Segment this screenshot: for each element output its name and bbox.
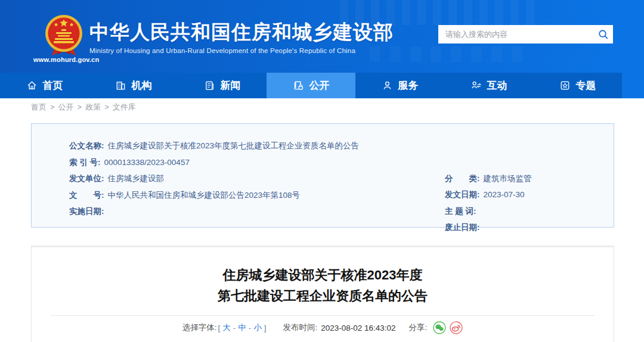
bracket-open: [ bbox=[218, 324, 220, 332]
share-wechat-button[interactable] bbox=[433, 321, 446, 334]
search-button[interactable] bbox=[593, 25, 613, 43]
meta-value: 住房城乡建设部 bbox=[108, 173, 165, 184]
site-title-en: Ministry of Housing and Urban-Rural Deve… bbox=[89, 47, 394, 54]
site-url: www.mohurd.gov.cn bbox=[33, 56, 99, 63]
article-divider bbox=[51, 315, 595, 316]
site-header: www.mohurd.gov.cn 中华人民共和国住房和城乡建设部 Minist… bbox=[0, 0, 644, 98]
wechat-icon bbox=[433, 321, 446, 334]
font-size-small-link[interactable]: 小 bbox=[253, 322, 262, 333]
meta-label: 分 类: bbox=[445, 173, 480, 184]
breadcrumb-separator: > bbox=[50, 102, 55, 111]
publish-time-label: 发布时间: bbox=[283, 322, 317, 333]
disclosure-lock-icon bbox=[293, 80, 304, 91]
meta-row-doc-number: 文 号: 中华人民共和国住房和城乡建设部公告2023年第108号 bbox=[69, 189, 445, 201]
building-icon bbox=[115, 80, 126, 91]
article-title: 住房城乡建设部关于核准2023年度 第七批建设工程企业资质名单的公告 bbox=[32, 265, 614, 306]
breadcrumb: 首页>公开>政策>文件库 bbox=[31, 102, 136, 113]
nav-label: 机构 bbox=[132, 79, 152, 92]
service-person-icon bbox=[382, 80, 393, 91]
breadcrumb-policy[interactable]: 政策 bbox=[85, 102, 101, 111]
meta-value: 建筑市场监管 bbox=[484, 173, 532, 184]
nav-item-home[interactable]: 首页 bbox=[0, 73, 89, 98]
nav-label: 专题 bbox=[576, 79, 596, 92]
meta-label: 主 题 词: bbox=[445, 206, 476, 217]
meta-label: 发文单位: bbox=[69, 173, 104, 184]
meta-row-subject-words: 主 题 词: bbox=[445, 206, 602, 217]
meta-row-index-number: 索 引 号: 000013338/2023-00457 bbox=[69, 157, 445, 168]
article-title-line1: 住房城乡建设部关于核准2023年度 bbox=[32, 265, 614, 285]
home-icon bbox=[26, 80, 38, 91]
breadcrumb-home[interactable]: 首页 bbox=[31, 102, 47, 111]
meta-value: 住房城乡建设部关于核准2023年度第七批建设工程企业资质名单的公告 bbox=[108, 140, 360, 151]
nav-item-disclosure[interactable]: 公开 bbox=[267, 73, 355, 98]
national-emblem-logo bbox=[44, 14, 83, 61]
meta-row-issue-date: 发文日期: 2023-07-30 bbox=[445, 189, 602, 200]
nav-item-services[interactable]: 服务 bbox=[355, 73, 444, 98]
share-label: 分享: bbox=[409, 322, 428, 333]
search-icon bbox=[597, 29, 609, 40]
nav-label: 首页 bbox=[43, 79, 63, 92]
nav-item-interaction[interactable]: 互动 bbox=[444, 73, 533, 98]
breadcrumb-disclosure[interactable]: 公开 bbox=[58, 102, 74, 111]
page: www.mohurd.gov.cn 中华人民共和国住房和城乡建设部 Minist… bbox=[0, 0, 644, 342]
nav-label: 互动 bbox=[487, 79, 507, 92]
search-box bbox=[438, 25, 613, 43]
meta-right-column: 分 类: 建筑市场监管 发文日期: 2023-07-30 主 题 词: 废止日期… bbox=[445, 157, 602, 238]
nav-label: 公开 bbox=[309, 79, 330, 92]
font-size-dash: - bbox=[233, 324, 236, 332]
share-group: 分享: bbox=[409, 321, 463, 334]
nav-item-topics[interactable]: 专题 bbox=[533, 73, 622, 98]
article-panel: 住房城乡建设部关于核准2023年度 第七批建设工程企业资质名单的公告 选择字体:… bbox=[31, 245, 614, 342]
meta-row-category: 分 类: 建筑市场监管 bbox=[445, 173, 602, 184]
bracket-close: ] bbox=[264, 324, 267, 332]
breadcrumb-library[interactable]: 文件库 bbox=[113, 102, 136, 111]
site-title-cn: 中华人民共和国住房和城乡建设部 bbox=[89, 20, 394, 44]
publish-time-value: 2023-08-02 16:43:02 bbox=[321, 324, 395, 332]
meta-row-issuing-unit: 发文单位: 住房城乡建设部 bbox=[69, 173, 445, 184]
font-select-label: 选择字体: bbox=[182, 322, 217, 333]
meta-label: 废止日期: bbox=[445, 222, 480, 233]
meta-value: 中华人民共和国住房和城乡建设部公告2023年第108号 bbox=[108, 189, 301, 201]
font-size-medium-link[interactable]: 中 bbox=[238, 322, 246, 333]
meta-label: 索 引 号: bbox=[69, 157, 101, 168]
meta-left-column: 索 引 号: 000013338/2023-00457 发文单位: 住房城乡建设… bbox=[69, 157, 445, 238]
weibo-icon bbox=[450, 321, 463, 334]
interaction-arrows-icon bbox=[470, 80, 482, 91]
breadcrumb-separator: > bbox=[78, 102, 82, 111]
breadcrumb-separator: > bbox=[104, 102, 109, 111]
font-size-dash: - bbox=[249, 324, 252, 332]
font-size-selector: 选择字体: [ 大 - 中 - 小 ] bbox=[182, 322, 268, 333]
article-title-line2: 第七批建设工程企业资质名单的公告 bbox=[32, 285, 614, 306]
article-info-bar: 选择字体: [ 大 - 中 - 小 ] 发布时间: 2023-08-02 16:… bbox=[32, 321, 614, 334]
meta-label: 实施日期: bbox=[69, 206, 104, 217]
publish-time-group: 发布时间: 2023-08-02 16:43:02 bbox=[283, 322, 395, 333]
meta-label: 公文名称: bbox=[69, 140, 104, 151]
share-weibo-button[interactable] bbox=[450, 321, 463, 334]
site-title-block: 中华人民共和国住房和城乡建设部 Ministry of Housing and … bbox=[89, 20, 394, 54]
nav-item-organization[interactable]: 机构 bbox=[89, 73, 178, 98]
national-emblem-icon bbox=[44, 14, 83, 58]
meta-label: 文 号: bbox=[69, 189, 104, 201]
main-nav: 首页 机构 新闻 bbox=[0, 73, 622, 98]
meta-row-repeal-date: 废止日期: bbox=[445, 222, 602, 233]
font-size-large-link[interactable]: 大 bbox=[222, 322, 231, 333]
nav-item-news[interactable]: 新闻 bbox=[178, 73, 267, 98]
meta-value: 2023-07-30 bbox=[484, 189, 525, 200]
meta-row-implement-date: 实施日期: bbox=[69, 206, 445, 217]
document-meta-panel: 公文名称: 住房城乡建设部关于核准2023年度第七批建设工程企业资质名单的公告 … bbox=[31, 123, 614, 228]
meta-row-doc-name: 公文名称: 住房城乡建设部关于核准2023年度第七批建设工程企业资质名单的公告 bbox=[69, 140, 602, 151]
search-input[interactable] bbox=[438, 25, 593, 43]
star-badge-icon bbox=[559, 80, 571, 91]
news-icon bbox=[204, 80, 215, 91]
nav-label: 新闻 bbox=[221, 79, 241, 92]
meta-value: 000013338/2023-00457 bbox=[104, 157, 190, 168]
nav-label: 服务 bbox=[398, 79, 419, 92]
meta-label: 发文日期: bbox=[445, 189, 480, 200]
